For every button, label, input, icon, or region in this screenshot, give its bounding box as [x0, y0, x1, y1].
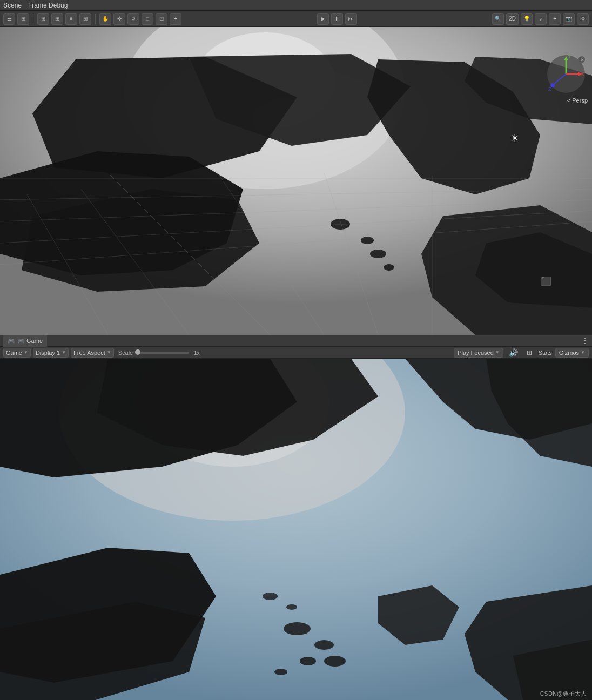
game-tab-icon: 🎮 — [8, 338, 15, 345]
svg-point-54 — [274, 669, 287, 675]
scale-track[interactable] — [135, 352, 189, 354]
gizmos-label: Gizmos — [559, 349, 579, 356]
gizmos-btn[interactable]: Gizmos ▼ — [555, 348, 589, 358]
scale-label: Scale — [118, 349, 133, 356]
play-focused-arrow: ▼ — [495, 350, 500, 355]
svg-point-55 — [324, 656, 346, 667]
stats-label[interactable]: Stats — [539, 349, 552, 356]
toolbar-sep-1 — [33, 14, 33, 24]
game-view-bar: Game ▼ Display 1 ▼ Free Aspect ▼ Scale 1… — [0, 347, 592, 359]
svg-point-51 — [284, 622, 311, 635]
watermark: CSDN@栗子大人 — [540, 690, 587, 698]
toolbar-play-btn[interactable]: ▶ — [317, 13, 329, 25]
sun-icon: ☀ — [510, 132, 519, 144]
svg-point-14 — [370, 250, 386, 258]
toolbar-transform-btn[interactable]: ⊞ — [37, 13, 49, 25]
toolbar-pause-btn[interactable]: ⏸ — [331, 13, 343, 25]
game-dropdown-arrow: ▼ — [24, 350, 28, 355]
svg-point-15 — [384, 264, 394, 271]
toolbar-2d-btn[interactable]: 2D — [506, 13, 519, 25]
toolbar-fx-btn[interactable]: ✦ — [549, 13, 561, 25]
toolbar-gizmos-right-btn[interactable]: ⚙ — [577, 13, 589, 25]
toolbar-scale-btn[interactable]: □ — [142, 13, 153, 25]
toolbar-step-btn[interactable]: ⏭ — [345, 13, 357, 25]
toolbar-layers-btn[interactable]: ⊞ — [17, 13, 29, 25]
toolbar-pivot-btn[interactable]: ⊞ — [51, 13, 63, 25]
play-focused-btn[interactable]: Play Focused ▼ — [454, 348, 503, 358]
game-tab-bar: 🎮 🎮 Game ⋮ — [0, 335, 592, 347]
game-terrain-svg — [0, 359, 592, 700]
scene-panel: ☀ ⬛ Y X Z ✕ — [0, 27, 592, 335]
game-tab[interactable]: 🎮 🎮 Game — [3, 335, 47, 347]
toolbar-right: 🔍 2D 💡 ♪ ✦ 📷 ⚙ — [492, 13, 589, 25]
toolbar-grid-btn[interactable]: ⊞ — [79, 13, 91, 25]
toolbar-rotate-btn[interactable]: ↺ — [127, 13, 139, 25]
toolbar-hand-btn[interactable]: ✋ — [99, 13, 111, 25]
aspect-dropdown[interactable]: Free Aspect ▼ — [71, 348, 114, 358]
toolbar-audio-btn[interactable]: ♪ — [535, 13, 547, 25]
toolbar-account-btn[interactable]: ☰ — [3, 13, 15, 25]
play-focused-label: Play Focused — [458, 349, 494, 356]
svg-point-52 — [314, 640, 334, 650]
toolbar-snap-btn[interactable]: ≡ — [65, 13, 77, 25]
display-dropdown-arrow: ▼ — [62, 350, 66, 355]
gizmos-arrow: ▼ — [581, 350, 585, 355]
menu-bar: Scene Frame Debug — [0, 0, 592, 11]
toolbar-rect-btn[interactable]: ⊡ — [156, 13, 167, 25]
toolbar-multi-btn[interactable]: ✦ — [170, 13, 181, 25]
scale-value: 1x — [193, 349, 200, 356]
scene-gizmo[interactable]: Y X Z ✕ — [546, 54, 587, 95]
display-label: Display 1 — [36, 349, 60, 356]
scale-thumb[interactable] — [135, 349, 140, 355]
aspect-dropdown-arrow: ▼ — [107, 350, 111, 355]
game-dropdown[interactable]: Game ▼ — [3, 348, 31, 358]
game-panel-menu-btn[interactable]: ⋮ — [581, 336, 589, 345]
toolbar-move-btn[interactable]: ✛ — [113, 13, 125, 25]
menu-frame-debug[interactable]: Frame Debug — [28, 2, 68, 9]
toolbar-light-btn[interactable]: 💡 — [521, 13, 533, 25]
svg-point-13 — [361, 237, 374, 244]
scene-viewport[interactable]: ☀ ⬛ Y X Z ✕ — [0, 27, 592, 335]
svg-point-53 — [300, 657, 316, 665]
toolbar-search-btn[interactable]: 🔍 — [492, 13, 504, 25]
game-right-controls: Play Focused ▼ 🔊 ⊞ Stats Gizmos ▼ — [454, 347, 589, 359]
svg-text:✕: ✕ — [580, 57, 584, 63]
svg-text:Y: Y — [568, 54, 571, 59]
svg-point-57 — [286, 604, 297, 610]
landmark-icon: ⬛ — [541, 276, 551, 286]
game-label: Game — [6, 349, 22, 356]
scene-terrain-svg — [0, 27, 592, 335]
audio-icon[interactable]: 🔊 — [507, 347, 520, 359]
toolbar-camera-btn[interactable]: 📷 — [563, 13, 575, 25]
toolbar: ☰ ⊞ ⊞ ⊞ ≡ ⊞ ✋ ✛ ↺ □ ⊡ ✦ ▶ ⏸ ⏭ 🔍 2D 💡 ♪ ✦… — [0, 11, 592, 27]
persp-label: < Persp — [567, 97, 588, 104]
game-viewport[interactable]: CSDN@栗子大人 — [0, 359, 592, 700]
aspect-label: Free Aspect — [73, 349, 105, 356]
menu-scene[interactable]: Scene — [3, 2, 22, 9]
svg-text:Z: Z — [548, 86, 551, 92]
display-dropdown[interactable]: Display 1 ▼ — [33, 348, 69, 358]
game-tab-label: 🎮 Game — [17, 338, 43, 345]
svg-point-56 — [263, 593, 278, 600]
toolbar-sep-2 — [95, 14, 96, 24]
grid-icon[interactable]: ⊞ — [523, 347, 535, 359]
scale-container: Scale 1x — [116, 349, 200, 356]
svg-text:X: X — [581, 71, 584, 77]
